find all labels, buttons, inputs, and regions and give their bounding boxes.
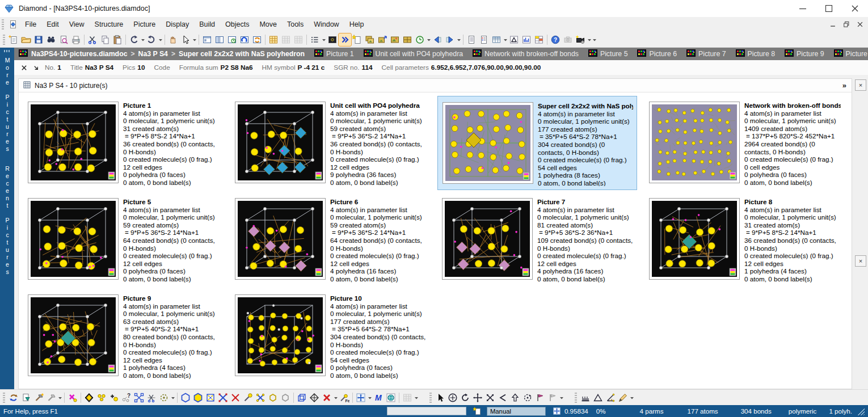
report-icon[interactable] — [465, 33, 478, 46]
viewing-direction-dropdown-icon[interactable] — [367, 391, 372, 404]
previous-picture-icon[interactable] — [431, 33, 444, 46]
picture-card-9[interactable]: Picture 94 atom(s) in parameter list0 mo… — [23, 289, 223, 383]
more-pictures-icon[interactable] — [339, 33, 351, 46]
picture-tab-9[interactable]: Picture 10 — [834, 49, 868, 58]
paste-picture-icon[interactable] — [389, 33, 401, 46]
table-view-dropdown-icon[interactable] — [503, 33, 508, 46]
expand-record-icon[interactable] — [33, 65, 39, 71]
picture-card-10[interactable]: Picture 104 atom(s) in parameter list0 m… — [230, 289, 430, 383]
navigation-pane-icon[interactable] — [201, 33, 213, 46]
picture-card-7[interactable]: Picture 74 atom(s) in parameter list0 mo… — [437, 192, 637, 287]
picture-history-dropdown-icon[interactable] — [426, 33, 431, 46]
rebuild-dropdown-icon[interactable] — [57, 391, 62, 404]
translate-tool-icon[interactable] — [471, 391, 484, 404]
next-picture-dropdown-icon[interactable] — [456, 33, 461, 46]
duplicate-picture-icon[interactable] — [376, 33, 389, 46]
update-structure-icon[interactable] — [7, 391, 20, 404]
mdi-minimize-button[interactable] — [828, 20, 837, 29]
picture-history-icon[interactable] — [414, 33, 426, 46]
menu-help[interactable]: Help — [344, 18, 369, 31]
powder-pattern-icon[interactable] — [520, 33, 533, 46]
create-bond-icon[interactable] — [242, 391, 254, 404]
close-record-icon[interactable] — [21, 65, 27, 71]
fill-cell-icon[interactable] — [133, 391, 145, 404]
more-pictures-pane-tab[interactable]: More Pictures — [0, 57, 14, 153]
picture-tab-8[interactable]: Picture 9 — [785, 49, 824, 58]
picture-thumbnail-3[interactable] — [443, 102, 533, 184]
rebuild-icon[interactable] — [45, 391, 57, 404]
refresh-view-icon[interactable] — [251, 33, 263, 46]
toolbar-grip[interactable] — [575, 393, 577, 403]
breadcrumb-picture[interactable]: Super cell 2x2x2 with NaS polyhedron — [179, 50, 305, 58]
structure-picture-icon[interactable] — [326, 33, 339, 46]
breadcrumb-document[interactable]: Na3PS4-10-pictures.diamdoc — [31, 50, 128, 58]
bonding-spheres-icon[interactable] — [254, 391, 267, 404]
paste-icon[interactable] — [111, 33, 124, 46]
resize-grip[interactable] — [858, 407, 865, 415]
redo-icon[interactable] — [145, 33, 158, 46]
strip-grip[interactable] — [4, 50, 11, 52]
undo-icon[interactable] — [128, 33, 140, 46]
picture-thumbnail-10[interactable] — [235, 294, 326, 376]
add-atom-icon[interactable] — [83, 391, 95, 404]
picture-card-1[interactable]: Picture 14 atom(s) in parameter list0 mo… — [23, 96, 223, 190]
picture-card-4[interactable]: Network with broken-off bonds4 atom(s) i… — [644, 96, 844, 190]
video-dropdown-icon[interactable] — [587, 33, 592, 46]
select-mode-icon[interactable] — [179, 33, 192, 46]
walk-off-icon[interactable] — [546, 391, 559, 404]
build-wizard-icon[interactable] — [32, 391, 45, 404]
cell-axes-icon[interactable] — [308, 391, 321, 404]
connectivity-icon[interactable] — [217, 391, 229, 404]
view-angle-icon[interactable] — [496, 391, 509, 404]
new-picture-icon[interactable] — [351, 33, 364, 46]
print-icon[interactable] — [70, 33, 82, 46]
mdi-close-button[interactable] — [856, 20, 865, 29]
polyhedra-on-icon[interactable] — [267, 391, 279, 404]
list-options-dropdown-icon[interactable] — [321, 33, 326, 46]
picture-tab-2[interactable]: Unit cell with PO4 polyhedra — [364, 49, 463, 58]
video-icon[interactable] — [574, 33, 587, 46]
contacts-icon[interactable] — [229, 391, 242, 404]
save-icon[interactable] — [32, 33, 45, 46]
find-icon[interactable] — [45, 33, 57, 46]
menu-objects[interactable]: Objects — [220, 18, 254, 31]
menu-tools[interactable]: Tools — [282, 18, 309, 31]
polyhedra-off-icon[interactable] — [279, 391, 292, 404]
focus-atom-icon[interactable] — [158, 391, 170, 404]
close-pane-button[interactable]: × — [855, 79, 866, 91]
help-icon[interactable]: ? — [549, 33, 562, 46]
picture-card-2[interactable]: Unit cell with PO4 polyhedra4 atom(s) in… — [230, 96, 430, 190]
close-pane-button-2[interactable]: × — [855, 255, 866, 267]
redo-dropdown-icon[interactable] — [158, 33, 163, 46]
restore-view-icon[interactable] — [238, 33, 251, 46]
menu-picture[interactable]: Picture — [128, 18, 161, 31]
close-button[interactable] — [842, 0, 868, 17]
spin-tool-icon[interactable] — [521, 391, 534, 404]
pointer-tool-icon[interactable] — [434, 391, 446, 404]
mode-combo[interactable]: Manual — [487, 407, 546, 416]
picture-thumbnail-4[interactable] — [649, 102, 740, 183]
data-sheet-icon[interactable] — [267, 33, 280, 46]
open-document-icon[interactable] — [20, 33, 32, 46]
table-view-icon[interactable] — [490, 33, 503, 46]
next-picture-icon[interactable] — [444, 33, 456, 46]
history-pane-icon[interactable] — [226, 33, 238, 46]
insert-atom-icon[interactable] — [108, 391, 120, 404]
toolbar-overflow-icon[interactable] — [629, 391, 634, 404]
track-tool-icon[interactable] — [446, 391, 459, 404]
rotate-tool-icon[interactable] — [459, 391, 471, 404]
menubar-grip[interactable] — [2, 19, 4, 30]
print-preview-icon[interactable] — [57, 33, 70, 46]
menu-move[interactable]: Move — [254, 18, 282, 31]
render-globe-icon[interactable] — [385, 391, 397, 404]
list-options-icon[interactable] — [309, 33, 321, 46]
measure-icon[interactable]: M — [372, 391, 385, 404]
toolbar-grip[interactable] — [429, 393, 432, 403]
collapse-gallery-chevron[interactable]: » — [842, 81, 846, 90]
break-bonds-icon[interactable] — [145, 391, 158, 404]
data-table-icon[interactable] — [533, 33, 545, 46]
menu-window[interactable]: Window — [309, 18, 344, 31]
plane-measure-icon[interactable] — [592, 391, 604, 404]
maximize-button[interactable] — [816, 0, 842, 17]
picture-tab-3[interactable]: Network with broken-off bonds — [473, 49, 579, 58]
